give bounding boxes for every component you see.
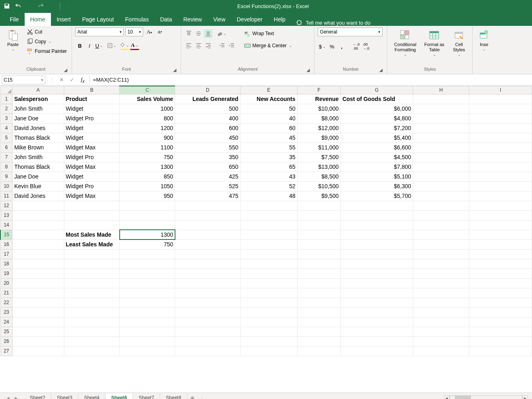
cell-G20[interactable] bbox=[340, 278, 413, 288]
cell-B4[interactable]: Widget bbox=[64, 123, 120, 133]
row-header-9[interactable]: 9 bbox=[0, 172, 13, 181]
sheet-tab-sheet7[interactable]: Sheet7 bbox=[133, 393, 160, 399]
cell-E18[interactable] bbox=[240, 259, 297, 269]
cell-B3[interactable]: Widget Pro bbox=[64, 113, 120, 123]
cell-C3[interactable]: 800 bbox=[120, 113, 175, 123]
cell-I5[interactable] bbox=[469, 133, 532, 143]
copy-button[interactable]: Copy bbox=[25, 37, 68, 46]
fx-icon[interactable]: fx bbox=[78, 76, 87, 84]
cell-F2[interactable]: $10,000 bbox=[297, 104, 340, 113]
cell-F8[interactable]: $13,000 bbox=[297, 162, 340, 172]
cell-C22[interactable] bbox=[120, 298, 175, 307]
row-header-1[interactable]: 1 bbox=[0, 94, 13, 104]
row-header-11[interactable]: 11 bbox=[0, 191, 13, 201]
cell-B7[interactable]: Widget Pro bbox=[64, 152, 120, 162]
cell-B27[interactable] bbox=[64, 346, 120, 356]
cell-B17[interactable] bbox=[64, 249, 120, 259]
col-header-A[interactable]: A bbox=[13, 86, 64, 94]
align-left-icon[interactable] bbox=[184, 41, 193, 50]
col-header-E[interactable]: E bbox=[240, 86, 297, 94]
border-button[interactable] bbox=[108, 41, 116, 50]
row-header-22[interactable]: 22 bbox=[0, 298, 13, 307]
sheet-tab-sheet3[interactable]: Sheet3 bbox=[51, 393, 78, 399]
cell-B26[interactable] bbox=[64, 336, 120, 346]
cell-I25[interactable] bbox=[469, 327, 532, 336]
orientation-icon[interactable]: ab bbox=[217, 29, 226, 38]
italic-button[interactable]: I bbox=[85, 41, 94, 50]
number-format-select[interactable]: General▾ bbox=[318, 27, 382, 36]
row-header-13[interactable]: 13 bbox=[0, 210, 13, 220]
row-header-8[interactable]: 8 bbox=[0, 162, 13, 172]
col-header-I[interactable]: I bbox=[469, 86, 532, 94]
cell-G1[interactable]: Cost of Goods Sold bbox=[340, 94, 413, 104]
cell-I15[interactable] bbox=[469, 230, 532, 239]
cell-A6[interactable]: Mike Brown bbox=[13, 143, 64, 152]
cell-E9[interactable]: 43 bbox=[240, 172, 297, 181]
font-color-button[interactable]: A bbox=[130, 41, 139, 50]
cell-I4[interactable] bbox=[469, 123, 532, 133]
insert-cells-button[interactable]: Inse bbox=[476, 27, 492, 53]
tab-insert[interactable]: Insert bbox=[51, 13, 76, 26]
format-as-table-button[interactable]: Format as Table bbox=[422, 27, 446, 59]
cell-F13[interactable] bbox=[297, 210, 340, 220]
cell-A25[interactable] bbox=[13, 327, 64, 336]
sheet-tab-sheet6[interactable]: Sheet6 bbox=[106, 393, 133, 399]
cell-C11[interactable]: 950 bbox=[120, 191, 175, 201]
cell-C12[interactable] bbox=[120, 201, 175, 210]
merge-center-button[interactable]: Merge & Center bbox=[243, 41, 294, 50]
cell-H22[interactable] bbox=[413, 298, 469, 307]
cell-G3[interactable]: $4,800 bbox=[340, 113, 413, 123]
tab-file[interactable]: File bbox=[4, 13, 25, 26]
cell-C1[interactable]: Sales Volume bbox=[120, 94, 175, 104]
underline-button[interactable]: U bbox=[95, 41, 103, 50]
cell-B18[interactable] bbox=[64, 259, 120, 269]
cell-D18[interactable] bbox=[175, 259, 240, 269]
cell-G5[interactable]: $5,400 bbox=[340, 133, 413, 143]
cell-F27[interactable] bbox=[297, 346, 340, 356]
decrease-decimal-icon[interactable]: .00→.0 bbox=[361, 42, 370, 51]
cell-C18[interactable] bbox=[120, 259, 175, 269]
cell-C5[interactable]: 900 bbox=[120, 133, 175, 143]
cell-I26[interactable] bbox=[469, 336, 532, 346]
cell-D6[interactable]: 550 bbox=[175, 143, 240, 152]
cell-B24[interactable] bbox=[64, 317, 120, 327]
cell-D26[interactable] bbox=[175, 336, 240, 346]
row-header-4[interactable]: 4 bbox=[0, 123, 13, 133]
cell-E19[interactable] bbox=[240, 269, 297, 278]
enter-formula-icon[interactable]: ✓ bbox=[68, 76, 76, 84]
sheet-tab-sheet8[interactable]: Sheet8 bbox=[160, 393, 187, 399]
cell-C7[interactable]: 750 bbox=[120, 152, 175, 162]
cell-A15[interactable] bbox=[13, 230, 64, 239]
cell-G11[interactable]: $5,700 bbox=[340, 191, 413, 201]
cell-E20[interactable] bbox=[240, 278, 297, 288]
row-header-15[interactable]: 15 bbox=[0, 230, 13, 239]
cell-F9[interactable]: $8,500 bbox=[297, 172, 340, 181]
cell-I19[interactable] bbox=[469, 269, 532, 278]
font-dialog-launcher[interactable]: ◢ bbox=[172, 67, 177, 73]
cell-I18[interactable] bbox=[469, 259, 532, 269]
col-header-H[interactable]: H bbox=[413, 86, 469, 94]
col-header-B[interactable]: B bbox=[64, 86, 120, 94]
row-header-7[interactable]: 7 bbox=[0, 152, 13, 162]
cell-C14[interactable] bbox=[120, 220, 175, 230]
cell-B9[interactable]: Widget bbox=[64, 172, 120, 181]
cell-A1[interactable]: Salesperson bbox=[13, 94, 64, 104]
conditional-formatting-button[interactable]: Conditional Formatting bbox=[391, 27, 420, 59]
cell-E16[interactable] bbox=[240, 239, 297, 249]
decrease-indent-icon[interactable] bbox=[217, 41, 226, 50]
cell-H26[interactable] bbox=[413, 336, 469, 346]
cell-C4[interactable]: 1200 bbox=[120, 123, 175, 133]
font-name-select[interactable]: Arial▾ bbox=[75, 27, 124, 36]
row-header-18[interactable]: 18 bbox=[0, 259, 13, 269]
wrap-text-button[interactable]: abWrap Text bbox=[243, 29, 294, 38]
cell-B15[interactable]: Most Sales Made bbox=[64, 230, 120, 239]
cell-E4[interactable]: 60 bbox=[240, 123, 297, 133]
name-box[interactable]: C15▾ bbox=[2, 76, 45, 84]
cell-I11[interactable] bbox=[469, 191, 532, 201]
cell-B11[interactable]: Widget Max bbox=[64, 191, 120, 201]
cell-A9[interactable]: Jane Doe bbox=[13, 172, 64, 181]
cell-G25[interactable] bbox=[340, 327, 413, 336]
cell-D21[interactable] bbox=[175, 288, 240, 298]
cell-D1[interactable]: Leads Generated bbox=[175, 94, 240, 104]
cell-F3[interactable]: $8,000 bbox=[297, 113, 340, 123]
